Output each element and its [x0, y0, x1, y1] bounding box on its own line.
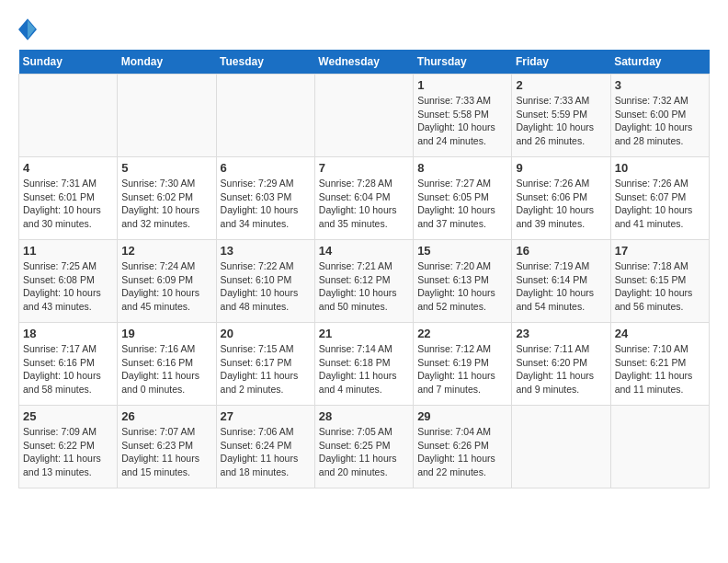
day-number: 12 [121, 244, 211, 258]
calendar-cell: 16Sunrise: 7:19 AM Sunset: 6:14 PM Dayli… [512, 240, 610, 323]
day-number: 3 [615, 78, 705, 92]
day-number: 24 [615, 327, 705, 340]
calendar-cell: 29Sunrise: 7:04 AM Sunset: 6:26 PM Dayli… [414, 406, 512, 488]
day-info: Sunrise: 7:28 AM Sunset: 6:04 PM Dayligh… [319, 177, 409, 231]
day-info: Sunrise: 7:30 AM Sunset: 6:02 PM Dayligh… [121, 177, 211, 231]
day-number: 27 [221, 409, 311, 423]
day-number: 15 [417, 244, 507, 258]
day-number: 10 [615, 161, 705, 175]
calendar-cell: 21Sunrise: 7:14 AM Sunset: 6:18 PM Dayli… [314, 323, 413, 406]
day-number: 22 [417, 327, 507, 340]
calendar-cell: 18Sunrise: 7:17 AM Sunset: 6:16 PM Dayli… [19, 323, 118, 406]
day-of-week-header: Sunday [19, 50, 118, 75]
day-number: 13 [221, 244, 311, 258]
day-number: 18 [23, 327, 113, 340]
day-number: 20 [221, 327, 311, 340]
calendar-cell: 10Sunrise: 7:26 AM Sunset: 6:07 PM Dayli… [610, 157, 709, 240]
calendar-cell [512, 406, 610, 488]
calendar-cell: 13Sunrise: 7:22 AM Sunset: 6:10 PM Dayli… [216, 240, 314, 323]
day-number: 2 [516, 78, 606, 92]
calendar-cell: 24Sunrise: 7:10 AM Sunset: 6:21 PM Dayli… [610, 323, 709, 406]
calendar-cell: 1Sunrise: 7:33 AM Sunset: 5:58 PM Daylig… [414, 75, 512, 157]
day-number: 5 [121, 161, 211, 175]
day-number: 21 [319, 327, 409, 340]
day-number: 11 [23, 244, 113, 258]
calendar-cell: 8Sunrise: 7:27 AM Sunset: 6:05 PM Daylig… [414, 157, 512, 240]
day-number: 9 [516, 161, 606, 175]
day-number: 26 [121, 409, 211, 423]
day-info: Sunrise: 7:25 AM Sunset: 6:08 PM Dayligh… [23, 259, 113, 314]
calendar-cell: 11Sunrise: 7:25 AM Sunset: 6:08 PM Dayli… [19, 240, 118, 323]
calendar-week-row: 1Sunrise: 7:33 AM Sunset: 5:58 PM Daylig… [19, 75, 710, 157]
calendar-cell: 3Sunrise: 7:32 AM Sunset: 6:00 PM Daylig… [610, 75, 709, 157]
day-number: 29 [417, 409, 507, 423]
day-info: Sunrise: 7:16 AM Sunset: 6:16 PM Dayligh… [121, 342, 211, 396]
day-number: 16 [516, 244, 606, 258]
day-number: 23 [516, 327, 606, 340]
day-of-week-header: Monday [118, 50, 216, 75]
calendar-cell: 20Sunrise: 7:15 AM Sunset: 6:17 PM Dayli… [216, 323, 314, 406]
day-info: Sunrise: 7:33 AM Sunset: 5:58 PM Dayligh… [417, 94, 507, 148]
day-number: 6 [221, 161, 311, 175]
calendar-cell: 6Sunrise: 7:29 AM Sunset: 6:03 PM Daylig… [216, 157, 314, 240]
day-number: 28 [319, 409, 409, 423]
calendar-cell: 23Sunrise: 7:11 AM Sunset: 6:20 PM Dayli… [512, 323, 610, 406]
day-info: Sunrise: 7:33 AM Sunset: 5:59 PM Dayligh… [516, 94, 606, 148]
day-info: Sunrise: 7:31 AM Sunset: 6:01 PM Dayligh… [23, 177, 113, 231]
calendar-cell: 26Sunrise: 7:07 AM Sunset: 6:23 PM Dayli… [118, 406, 216, 488]
calendar-cell: 4Sunrise: 7:31 AM Sunset: 6:01 PM Daylig… [19, 157, 118, 240]
day-info: Sunrise: 7:22 AM Sunset: 6:10 PM Dayligh… [221, 259, 311, 314]
day-info: Sunrise: 7:09 AM Sunset: 6:22 PM Dayligh… [23, 425, 113, 479]
page-header [18, 18, 710, 40]
day-number: 8 [417, 161, 507, 175]
logo [18, 18, 40, 40]
calendar-cell: 19Sunrise: 7:16 AM Sunset: 6:16 PM Dayli… [118, 323, 216, 406]
calendar-cell [314, 75, 413, 157]
calendar-week-row: 11Sunrise: 7:25 AM Sunset: 6:08 PM Dayli… [19, 240, 710, 323]
day-info: Sunrise: 7:26 AM Sunset: 6:06 PM Dayligh… [516, 177, 606, 231]
day-info: Sunrise: 7:20 AM Sunset: 6:13 PM Dayligh… [417, 259, 507, 314]
calendar-cell [216, 75, 314, 157]
calendar-cell: 25Sunrise: 7:09 AM Sunset: 6:22 PM Dayli… [19, 406, 118, 488]
calendar-cell: 5Sunrise: 7:30 AM Sunset: 6:02 PM Daylig… [118, 157, 216, 240]
day-of-week-header: Friday [512, 50, 610, 75]
calendar-cell: 17Sunrise: 7:18 AM Sunset: 6:15 PM Dayli… [610, 240, 709, 323]
day-number: 19 [121, 327, 211, 340]
calendar-table: SundayMondayTuesdayWednesdayThursdayFrid… [18, 50, 710, 488]
calendar-header-row: SundayMondayTuesdayWednesdayThursdayFrid… [19, 50, 710, 75]
day-number: 25 [23, 409, 113, 423]
calendar-cell: 28Sunrise: 7:05 AM Sunset: 6:25 PM Dayli… [314, 406, 413, 488]
day-info: Sunrise: 7:07 AM Sunset: 6:23 PM Dayligh… [121, 425, 211, 479]
day-number: 1 [417, 78, 507, 92]
calendar-week-row: 25Sunrise: 7:09 AM Sunset: 6:22 PM Dayli… [19, 406, 710, 488]
calendar-cell [610, 406, 709, 488]
day-info: Sunrise: 7:11 AM Sunset: 6:20 PM Dayligh… [516, 342, 606, 396]
day-number: 17 [615, 244, 705, 258]
day-info: Sunrise: 7:32 AM Sunset: 6:00 PM Dayligh… [615, 94, 705, 148]
day-info: Sunrise: 7:17 AM Sunset: 6:16 PM Dayligh… [23, 342, 113, 396]
day-info: Sunrise: 7:04 AM Sunset: 6:26 PM Dayligh… [417, 425, 507, 479]
calendar-week-row: 4Sunrise: 7:31 AM Sunset: 6:01 PM Daylig… [19, 157, 710, 240]
day-number: 4 [23, 161, 113, 175]
calendar-cell [118, 75, 216, 157]
calendar-cell: 2Sunrise: 7:33 AM Sunset: 5:59 PM Daylig… [512, 75, 610, 157]
day-of-week-header: Wednesday [314, 50, 413, 75]
calendar-cell: 14Sunrise: 7:21 AM Sunset: 6:12 PM Dayli… [314, 240, 413, 323]
day-info: Sunrise: 7:24 AM Sunset: 6:09 PM Dayligh… [121, 259, 211, 314]
calendar-cell: 22Sunrise: 7:12 AM Sunset: 6:19 PM Dayli… [414, 323, 512, 406]
day-info: Sunrise: 7:19 AM Sunset: 6:14 PM Dayligh… [516, 259, 606, 314]
day-info: Sunrise: 7:18 AM Sunset: 6:15 PM Dayligh… [615, 259, 705, 314]
logo-icon [18, 18, 37, 40]
day-info: Sunrise: 7:29 AM Sunset: 6:03 PM Dayligh… [221, 177, 311, 231]
day-info: Sunrise: 7:05 AM Sunset: 6:25 PM Dayligh… [319, 425, 409, 479]
day-of-week-header: Saturday [610, 50, 709, 75]
day-info: Sunrise: 7:10 AM Sunset: 6:21 PM Dayligh… [615, 342, 705, 396]
day-info: Sunrise: 7:15 AM Sunset: 6:17 PM Dayligh… [221, 342, 311, 396]
day-of-week-header: Tuesday [216, 50, 314, 75]
day-info: Sunrise: 7:12 AM Sunset: 6:19 PM Dayligh… [417, 342, 507, 396]
calendar-cell: 12Sunrise: 7:24 AM Sunset: 6:09 PM Dayli… [118, 240, 216, 323]
day-info: Sunrise: 7:06 AM Sunset: 6:24 PM Dayligh… [221, 425, 311, 479]
calendar-week-row: 18Sunrise: 7:17 AM Sunset: 6:16 PM Dayli… [19, 323, 710, 406]
day-info: Sunrise: 7:21 AM Sunset: 6:12 PM Dayligh… [319, 259, 409, 314]
calendar-cell: 27Sunrise: 7:06 AM Sunset: 6:24 PM Dayli… [216, 406, 314, 488]
